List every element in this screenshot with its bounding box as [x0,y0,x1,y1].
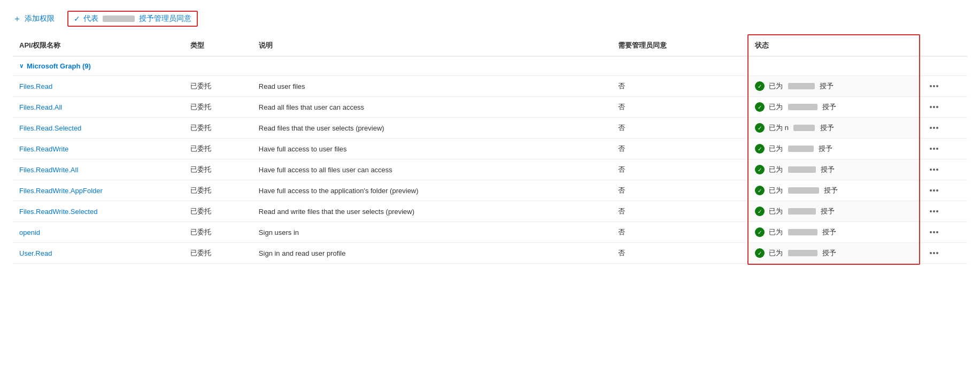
permissions-table: API/权限名称 类型 说明 需要管理员同意 状态 ∨ Microsoft Gr… [13,35,967,264]
permission-link[interactable]: openid [19,228,40,236]
permission-description-cell: Have full access to all files user can a… [252,159,612,180]
granted-check-icon: ✓ [755,186,765,195]
permission-name-cell: openid [13,222,184,243]
header-description: 说明 [252,35,612,56]
more-actions-button[interactable] [925,83,943,89]
add-permission-label: 添加权限 [25,14,55,24]
permission-status-cell: ✓ 已为 授予 [748,139,920,159]
granted-check-icon: ✓ [755,248,765,258]
redacted-org-name [788,208,816,215]
permission-actions-cell [919,180,967,201]
granted-check-icon: ✓ [755,227,765,237]
permission-description-cell: Sign users in [252,222,612,243]
permission-actions-cell [919,201,967,222]
permission-admin-required-cell: 否 [612,97,748,118]
permission-status-cell: ✓ 已为 授予 [748,76,920,97]
permission-admin-required-cell: 否 [612,180,748,201]
permission-link[interactable]: Files.Read.Selected [19,124,81,132]
more-actions-button[interactable] [925,229,943,235]
permission-name-cell: Files.Read.All [13,97,184,118]
table-row: openid 已委托 Sign users in 否 ✓ 已为 授予 [13,222,967,243]
table-row: Files.ReadWrite.All 已委托 Have full access… [13,159,967,180]
add-permission-button[interactable]: ＋ 添加权限 [13,11,55,27]
permission-name-cell: User.Read [13,243,184,264]
permission-description-cell: Have full access to the application's fo… [252,180,612,201]
table-row: Files.ReadWrite 已委托 Have full access to … [13,139,967,159]
permission-link[interactable]: Files.ReadWrite.AppFolder [19,187,103,195]
permission-actions-cell [919,243,967,264]
redacted-org-name [788,83,815,89]
more-actions-button[interactable] [925,187,943,194]
status-granted-text: 已为 授予 [769,81,834,91]
permission-type-cell: 已委托 [184,139,252,159]
chevron-down-icon: ∨ [19,63,24,70]
more-actions-button[interactable] [925,208,943,215]
permission-description-cell: Read all files that user can access [252,97,612,118]
permission-link[interactable]: Files.Read.All [19,103,62,111]
permission-name-cell: Files.ReadWrite.AppFolder [13,180,184,201]
granted-check-icon: ✓ [755,102,765,112]
permission-description-cell: Read user files [252,76,612,97]
permission-name-cell: Files.ReadWrite [13,139,184,159]
status-granted-text: 已为 n 授予 [769,123,834,133]
header-type: 类型 [184,35,252,56]
permission-link[interactable]: Files.ReadWrite.All [19,166,78,174]
permission-name-cell: Files.Read [13,76,184,97]
permission-status-cell: ✓ 已为 n 授予 [748,118,920,139]
check-icon: ✓ [74,14,80,23]
group-row-microsoft-graph: ∨ Microsoft Graph (9) [13,56,967,76]
permission-type-cell: 已委托 [184,222,252,243]
header-admin-consent: 需要管理员同意 [612,35,748,56]
permission-actions-cell [919,97,967,118]
permission-description-cell: Read files that the user selects (previe… [252,118,612,139]
permission-actions-cell [919,159,967,180]
more-actions-button[interactable] [925,146,943,152]
header-status: 状态 [748,35,920,56]
redacted-org-name [793,125,815,131]
toolbar: ＋ 添加权限 ✓ 代表 授予管理员同意 [13,11,967,27]
status-granted-text: 已为 授予 [769,165,835,174]
permission-admin-required-cell: 否 [612,139,748,159]
plus-icon: ＋ [13,13,21,25]
more-actions-button[interactable] [925,250,943,256]
permission-link[interactable]: User.Read [19,249,52,257]
table-row: User.Read 已委托 Sign in and read user prof… [13,243,967,264]
permission-description-cell: Read and write files that the user selec… [252,201,612,222]
more-actions-button[interactable] [925,166,943,173]
grant-admin-consent-button[interactable]: ✓ 代表 授予管理员同意 [67,11,198,27]
header-actions [919,35,967,56]
granted-check-icon: ✓ [755,81,765,91]
granted-check-icon: ✓ [755,123,765,133]
grant-consent-prefix: 代表 [83,14,98,24]
group-name[interactable]: Microsoft Graph (9) [27,62,91,70]
redacted-org-name [788,146,814,152]
permission-link[interactable]: Files.ReadWrite.Selected [19,208,97,216]
permission-name-cell: Files.Read.Selected [13,118,184,139]
table-row: Files.Read.Selected 已委托 Read files that … [13,118,967,139]
permission-type-cell: 已委托 [184,180,252,201]
permission-actions-cell [919,76,967,97]
status-granted-text: 已为 授予 [769,227,836,237]
header-api: API/权限名称 [13,35,184,56]
permission-name-cell: Files.ReadWrite.Selected [13,201,184,222]
more-actions-button[interactable] [925,125,943,131]
table-row: Files.Read 已委托 Read user files 否 ✓ 已为 授予 [13,76,967,97]
redacted-org-name [788,229,817,235]
redacted-org-name [788,187,819,194]
more-actions-button[interactable] [925,104,943,110]
permission-type-cell: 已委托 [184,97,252,118]
permission-link[interactable]: Files.ReadWrite [19,145,68,153]
granted-check-icon: ✓ [755,165,765,174]
permissions-table-wrapper: API/权限名称 类型 说明 需要管理员同意 状态 ∨ Microsoft Gr… [13,35,967,264]
permission-description-cell: Sign in and read user profile [252,243,612,264]
org-name-redacted [103,16,135,22]
permission-type-cell: 已委托 [184,76,252,97]
permission-status-cell: ✓ 已为 授予 [748,201,920,222]
redacted-org-name [788,250,817,256]
permission-type-cell: 已委托 [184,243,252,264]
redacted-org-name [788,104,817,110]
permission-description-cell: Have full access to user files [252,139,612,159]
permission-link[interactable]: Files.Read [19,82,52,90]
permission-name-cell: Files.ReadWrite.All [13,159,184,180]
permission-status-cell: ✓ 已为 授予 [748,159,920,180]
